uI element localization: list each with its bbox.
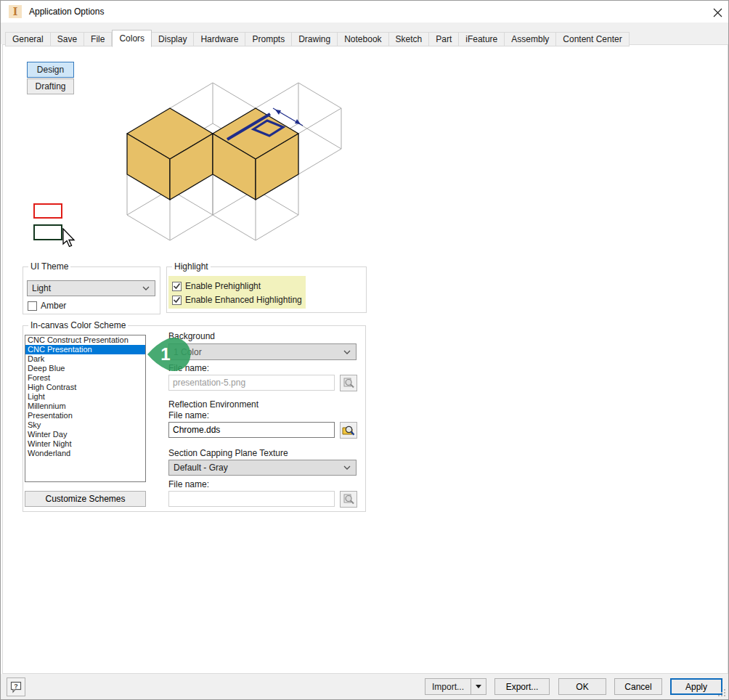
tab-assembly[interactable]: Assembly: [505, 32, 556, 46]
title-bar: I Application Options: [1, 1, 728, 23]
browse-folder-magnifier-icon: [342, 424, 355, 436]
background-file-input[interactable]: [168, 375, 335, 391]
amber-label: Amber: [41, 301, 66, 311]
tab-drawing[interactable]: Drawing: [292, 32, 338, 46]
scheme-item[interactable]: Sky: [25, 420, 145, 430]
chevron-down-icon: [343, 465, 351, 470]
scheme-item[interactable]: Deep Blue: [25, 364, 145, 373]
check-icon: [173, 296, 181, 304]
tab-prompts[interactable]: Prompts: [245, 32, 292, 46]
section-browse-button[interactable]: [340, 491, 357, 508]
scheme-item[interactable]: High Contrast: [25, 383, 145, 392]
help-bubble-icon: ?: [10, 681, 22, 693]
application-options-dialog: I Application Options General Save File …: [0, 0, 729, 700]
enhanced-highlighting-checkbox-row[interactable]: Enable Enhanced Highlighting: [172, 295, 302, 305]
chevron-down-icon: [142, 286, 150, 290]
ui-theme-dropdown[interactable]: Light: [27, 280, 155, 296]
browse-magnifier-icon: [343, 493, 355, 505]
window-title: Application Options: [29, 7, 104, 17]
background-dropdown[interactable]: 1 Color: [168, 343, 357, 360]
prehighlight-label: Enable Prehighlight: [185, 281, 261, 291]
scheme-item[interactable]: CNC Construct Presentation: [25, 335, 145, 345]
apply-button[interactable]: Apply: [670, 678, 722, 695]
browse-magnifier-icon: [343, 377, 355, 389]
resize-grip[interactable]: [717, 688, 727, 698]
import-button[interactable]: Import...: [425, 678, 471, 695]
scheme-item[interactable]: Winter Day: [25, 430, 145, 439]
scheme-group-label: In-canvas Color Scheme: [28, 320, 128, 330]
mouse-cursor-icon: [62, 228, 77, 248]
scheme-item[interactable]: Winter Night: [25, 439, 145, 449]
tab-display[interactable]: Display: [152, 32, 194, 46]
chevron-down-icon: [343, 350, 351, 354]
ui-theme-group-label: UI Theme: [28, 261, 70, 272]
tab-general[interactable]: General: [5, 32, 51, 46]
tab-colors[interactable]: Colors: [112, 30, 152, 47]
scheme-item[interactable]: Presentation: [25, 411, 145, 420]
scheme-listbox[interactable]: CNC Construct Presentation CNC Presentat…: [25, 335, 146, 482]
step-annotation-pin: 1: [144, 335, 195, 374]
scheme-item[interactable]: Forest: [25, 373, 145, 383]
tab-content-center[interactable]: Content Center: [556, 32, 629, 46]
check-icon: [173, 282, 181, 290]
scheme-item[interactable]: Light: [25, 392, 145, 402]
section-capping-dropdown[interactable]: Default - Gray: [168, 460, 357, 476]
tab-strip: General Save File Colors Display Hardwar…: [5, 30, 630, 46]
section-capping-selected-value: Default - Gray: [174, 463, 228, 473]
section-file-label: File name:: [168, 479, 209, 489]
prehighlight-checkbox[interactable]: [172, 282, 182, 291]
scheme-item[interactable]: Millennium: [25, 402, 145, 411]
tab-notebook[interactable]: Notebook: [338, 32, 388, 46]
highlight-group-label: Highlight: [172, 261, 211, 272]
tab-file[interactable]: File: [84, 32, 112, 46]
tab-hardware[interactable]: Hardware: [194, 32, 245, 46]
cancel-button[interactable]: Cancel: [614, 678, 662, 695]
reflection-environment-label: Reflection Environment: [168, 399, 258, 410]
amber-checkbox[interactable]: [28, 301, 37, 311]
import-dropdown-arrow[interactable]: [471, 678, 486, 695]
design-mode-button[interactable]: Design: [27, 62, 74, 78]
scheme-item[interactable]: Dark: [25, 354, 145, 364]
background-browse-button[interactable]: [340, 375, 357, 391]
prehighlight-checkbox-row[interactable]: Enable Prehighlight: [172, 281, 261, 291]
enhanced-highlighting-label: Enable Enhanced Highlighting: [185, 295, 302, 305]
reflection-file-label: File name:: [168, 410, 209, 420]
inventor-app-icon: I: [9, 5, 22, 18]
close-icon[interactable]: [709, 4, 726, 21]
section-capping-label: Section Capping Plane Texture: [168, 448, 288, 458]
tab-ifeature[interactable]: iFeature: [459, 32, 505, 46]
section-file-input[interactable]: [168, 491, 335, 507]
triangle-down-icon: [476, 685, 481, 688]
green-color-swatch: [33, 224, 62, 240]
reflection-file-input[interactable]: [168, 422, 335, 438]
scheme-preview-canvas: [118, 70, 358, 244]
customize-schemes-button[interactable]: Customize Schemes: [25, 491, 146, 507]
svg-text:?: ?: [14, 682, 18, 689]
ok-button[interactable]: OK: [558, 678, 606, 695]
tab-sketch[interactable]: Sketch: [389, 32, 430, 46]
tab-save[interactable]: Save: [51, 32, 84, 46]
annotation-step-number: 1: [160, 344, 170, 364]
export-button[interactable]: Export...: [494, 678, 550, 695]
reflection-browse-button[interactable]: [340, 422, 357, 439]
red-color-swatch: [33, 203, 62, 219]
enhanced-highlighting-checkbox[interactable]: [172, 296, 182, 305]
amber-checkbox-row[interactable]: Amber: [28, 301, 66, 311]
scheme-item[interactable]: Wonderland: [25, 449, 145, 458]
tab-part[interactable]: Part: [429, 32, 459, 46]
help-button[interactable]: ?: [7, 677, 25, 696]
drafting-mode-button[interactable]: Drafting: [27, 78, 74, 94]
ui-theme-selected-value: Light: [32, 283, 51, 293]
import-split-button: Import...: [425, 678, 486, 695]
scheme-item-selected[interactable]: CNC Presentation: [25, 345, 145, 354]
